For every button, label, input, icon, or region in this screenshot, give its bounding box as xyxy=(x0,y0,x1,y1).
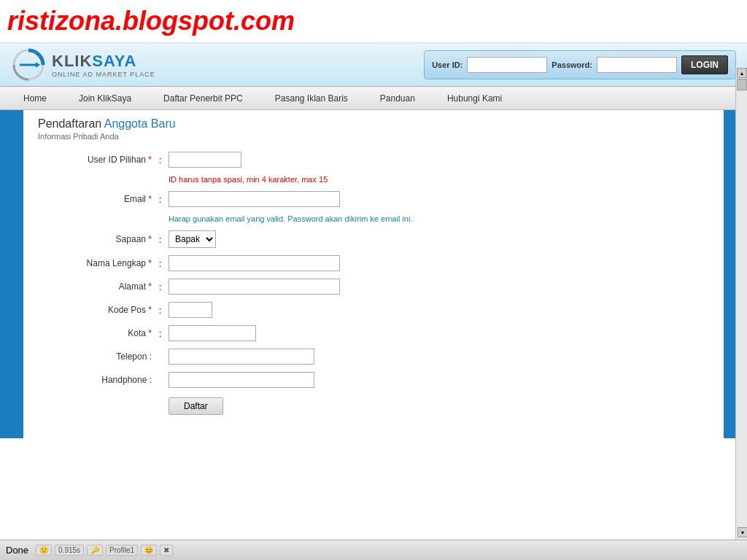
top-banner: ristizona.blogspot.com xyxy=(0,0,747,43)
main-content: Pendaftaran Anggota Baru Informasi Priba… xyxy=(0,110,735,524)
kota-input[interactable] xyxy=(169,325,256,341)
kodepos-row: Kode Pos * : xyxy=(38,298,709,322)
scroll-up-button[interactable]: ▲ xyxy=(737,68,747,78)
telepon-input[interactable] xyxy=(169,349,314,365)
right-sidebar xyxy=(724,110,735,438)
handphone-label: Handphone : xyxy=(38,368,155,392)
userid-row: User ID Pilihan * : xyxy=(38,148,709,171)
sapaan-select[interactable]: Bapak Ibu xyxy=(169,230,216,248)
registration-form: User ID Pilihan * : ID harus tanpa spasi… xyxy=(38,148,709,419)
status-profile: 🔑 xyxy=(87,545,103,556)
namalengkap-label: Nama Lengkap * xyxy=(38,252,155,275)
status-icon2: ✖ xyxy=(160,545,173,556)
login-area: User ID: Password: LOGIN xyxy=(424,50,736,79)
email-input[interactable] xyxy=(169,191,340,207)
scroll-down-button[interactable]: ▼ xyxy=(738,527,747,537)
nav-pasang-iklan[interactable]: Pasang Iklan Baris xyxy=(259,87,364,110)
alamat-input[interactable] xyxy=(169,279,340,295)
telepon-row: Telepon : xyxy=(38,345,709,368)
email-hint-row: Harap gunakan email yang valid. Password… xyxy=(38,211,709,227)
kota-row: Kota * : xyxy=(38,322,709,345)
status-smiley: 🙂 xyxy=(36,545,52,556)
left-sidebar xyxy=(0,110,23,438)
kota-label: Kota * xyxy=(38,322,155,345)
password-input[interactable] xyxy=(597,57,677,73)
logo-text: KLIKSAYA ONLINE AD MARKET PLACE xyxy=(52,52,155,78)
statusbar-icons: 🙂 0.915s 🔑 Profile1 😊 ✖ xyxy=(36,545,173,556)
status-icon1: 😊 xyxy=(141,545,157,556)
nav-hubungi[interactable]: Hubungi Kami xyxy=(431,87,518,110)
scrollbar-right: ▲ ▼ xyxy=(735,67,747,540)
alamat-row: Alamat * : xyxy=(38,275,709,298)
sapaan-label: Sapaan * xyxy=(38,227,155,252)
nav-join[interactable]: Join KlikSaya xyxy=(63,87,147,110)
telepon-label: Telepon : xyxy=(38,345,155,368)
userid-hint-row: ID harus tanpa spasi, min 4 karakter, ma… xyxy=(38,171,709,187)
logo-title: KLIKSAYA xyxy=(52,52,155,71)
scroll-thumb[interactable] xyxy=(737,79,747,90)
alamat-label: Alamat * xyxy=(38,275,155,298)
content-wrapper: Pendaftaran Anggota Baru Informasi Priba… xyxy=(0,110,735,438)
userid-pilihan-label: User ID Pilihan * xyxy=(38,148,155,171)
status-profile-label: Profile1 xyxy=(106,545,138,556)
kodepos-input[interactable] xyxy=(169,302,212,318)
logo-area: KLIKSAYA ONLINE AD MARKET PLACE xyxy=(11,47,155,82)
statusbar: Done 🙂 0.915s 🔑 Profile1 😊 ✖ xyxy=(0,540,747,560)
namalengkap-row: Nama Lengkap * : xyxy=(38,252,709,275)
userid-input[interactable] xyxy=(467,57,547,73)
userid-hint: ID harus tanpa spasi, min 4 karakter, ma… xyxy=(166,171,709,187)
daftar-button[interactable]: Daftar xyxy=(169,397,223,415)
login-button[interactable]: LOGIN xyxy=(681,55,728,74)
svg-marker-2 xyxy=(36,62,40,68)
page-content: Pendaftaran Anggota Baru Informasi Priba… xyxy=(23,110,724,438)
logo-icon xyxy=(11,47,46,82)
blog-url: ristizona.blogspot.com xyxy=(7,6,295,36)
statusbar-done: Done xyxy=(6,545,28,556)
sapaan-row: Sapaan * : Bapak Ibu xyxy=(38,227,709,252)
navigation: Home Join KlikSaya Daftar Penerbit PPC P… xyxy=(0,87,747,110)
nav-panduan[interactable]: Panduan xyxy=(364,87,431,110)
userid-label: User ID: xyxy=(432,61,462,69)
submit-row: Daftar xyxy=(38,392,709,419)
userid-pilihan-input[interactable] xyxy=(169,152,241,168)
status-speed: 0.915s xyxy=(55,545,84,556)
page-title: Pendaftaran Anggota Baru xyxy=(38,117,709,131)
nav-daftar-penerbit[interactable]: Daftar Penerbit PPC xyxy=(147,87,259,110)
handphone-input[interactable] xyxy=(169,372,314,388)
email-row: Email * : xyxy=(38,187,709,211)
email-hint: Harap gunakan email yang valid. Password… xyxy=(166,211,709,227)
password-label: Password: xyxy=(551,61,592,69)
kodepos-label: Kode Pos * xyxy=(38,298,155,322)
nav-home[interactable]: Home xyxy=(7,87,63,110)
header: KLIKSAYA ONLINE AD MARKET PLACE User ID:… xyxy=(0,43,747,87)
email-label: Email * xyxy=(38,187,155,211)
namalengkap-input[interactable] xyxy=(169,255,340,271)
handphone-row: Handphone : xyxy=(38,368,709,392)
page-subtitle: Informasi Pribadi Anda xyxy=(38,132,709,141)
logo-subtitle: ONLINE AD MARKET PLACE xyxy=(52,71,155,78)
